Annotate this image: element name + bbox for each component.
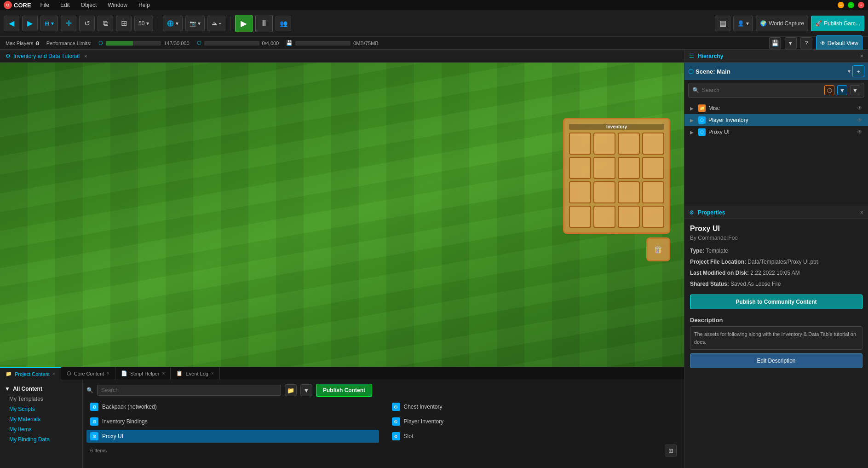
hierarchy-section: ☰ Hierarchy × ⬡ Scene: Main ▾ + 🔍 ⬡ ▼ ▼	[684, 50, 868, 206]
tab-core-content[interactable]: ⬡ Core Content ×	[61, 367, 115, 380]
avatar-button[interactable]: 👤▾	[733, 16, 753, 31]
grid-button[interactable]: ⊞	[116, 16, 132, 31]
menu-object[interactable]: Object	[79, 1, 99, 9]
sidebar-my-items[interactable]: My Items	[0, 424, 82, 434]
inv-cell-16	[642, 206, 664, 228]
menu-edit[interactable]: Edit	[58, 1, 72, 9]
content-item-icon-backpack: ⚙	[90, 403, 98, 411]
hier-item-misc-label: Misc	[708, 105, 720, 111]
forward-button[interactable]: ▶	[22, 16, 38, 31]
content-item-bindings[interactable]: ⚙ Inventory Bindings	[86, 415, 379, 428]
grid-view-button[interactable]: ⊞	[665, 445, 677, 456]
hier-filter-btn1[interactable]: ⬡	[824, 85, 834, 95]
viewport-close-icon[interactable]: ×	[84, 53, 87, 59]
content-item-icon-proxy: ⚙	[90, 432, 98, 440]
viewport-tab-label: Inventory and Data Tutorial	[13, 53, 80, 59]
event-log-label: Event Log	[185, 371, 208, 376]
proxy-eye-icon[interactable]: 👁	[857, 129, 862, 135]
menu-window[interactable]: Window	[106, 1, 129, 9]
menu-help[interactable]: Help	[137, 1, 152, 9]
event-log-close[interactable]: ×	[211, 371, 214, 376]
content-list: 🔍 📁 ▼ Publish Content ⚙ Backpack (networ…	[83, 380, 684, 468]
hier-filter-btn2[interactable]: ▼	[837, 85, 847, 95]
select-tool-button[interactable]: ⊞ ▾	[40, 16, 58, 31]
items-count: 6 Items	[90, 448, 107, 453]
bottom-panel: 📁 Project Content × ⬡ Core Content × 📄 S…	[0, 367, 684, 468]
hier-item-player-inventory[interactable]: ▶ ⬡ Player Inventory 👁	[684, 114, 868, 126]
content-item-proxy-ui[interactable]: ⚙ Proxy UI	[86, 430, 379, 443]
hier-filter-btn3[interactable]: ▼	[850, 85, 860, 95]
filter-button[interactable]: ▼	[300, 384, 312, 396]
world-capture-button[interactable]: 🌍 World Capture	[756, 16, 808, 31]
maximize-button[interactable]: □	[848, 2, 854, 8]
hierarchy-search-input[interactable]	[702, 87, 822, 93]
content-item-label-bindings: Inventory Bindings	[102, 418, 148, 425]
performance-limits-label: Performance Limits:	[46, 40, 92, 46]
folder-icon[interactable]: 📁	[285, 384, 297, 396]
core-content-close[interactable]: ×	[107, 371, 109, 376]
inv-cell-9	[569, 181, 591, 203]
publish-game-button[interactable]: 🚀 Publish Gam...	[811, 16, 864, 31]
tab-event-log[interactable]: 📋 Event Log ×	[171, 367, 219, 380]
close-button[interactable]: ×	[858, 2, 864, 8]
content-item-chest[interactable]: ⚙ Chest Inventory	[388, 400, 681, 413]
minimize-button[interactable]: ─	[838, 2, 844, 8]
scene-label: Scene: Main	[696, 68, 846, 75]
content-item-slot[interactable]: ⚙ Slot	[388, 430, 681, 443]
properties-close[interactable]: ×	[860, 209, 863, 216]
player-count-button[interactable]: 50 ▾	[134, 16, 153, 31]
content-item-backpack[interactable]: ⚙ Backpack (networked)	[86, 400, 379, 413]
hier-item-misc[interactable]: ▶ 📁 Misc 👁	[684, 102, 868, 114]
separator-1	[158, 17, 158, 30]
hierarchy-close[interactable]: ×	[860, 53, 863, 59]
save-button[interactable]: 💾	[769, 37, 781, 49]
move-button[interactable]: ✛	[61, 16, 76, 31]
play-button[interactable]: ▶	[235, 15, 253, 32]
collapse-icon[interactable]: ▼	[5, 386, 10, 392]
duplicate-button[interactable]: ⧉	[98, 16, 113, 31]
perf-right: 💾 ▾ ? 👁 Default View	[769, 35, 862, 51]
hier-item-proxy-ui[interactable]: ▶ ⬡ Proxy UI 👁	[684, 126, 868, 138]
default-view-button[interactable]: 👁 Default View	[816, 35, 862, 51]
publish-community-button[interactable]: Publish to Community Content	[690, 295, 862, 309]
publish-content-button[interactable]: Publish Content	[316, 384, 372, 397]
terrain-button[interactable]: ⛰ ▾	[207, 16, 225, 31]
tab-project-content[interactable]: 📁 Project Content ×	[0, 367, 61, 380]
question-button[interactable]: ?	[800, 37, 812, 49]
content-item-player-inventory[interactable]: ⚙ Player Inventory	[388, 415, 681, 428]
player-eye-icon[interactable]: 👁	[857, 117, 862, 123]
camera-button[interactable]: 📷 ▾	[185, 16, 205, 31]
sidebar-my-materials[interactable]: My Materials	[0, 414, 82, 424]
script-helper-close[interactable]: ×	[162, 371, 165, 376]
undo-button[interactable]: ↺	[79, 16, 95, 31]
misc-eye-icon[interactable]: 👁	[857, 105, 862, 111]
content-search-input[interactable]	[97, 385, 281, 396]
viewport-tab-item[interactable]: ⚙ Inventory and Data Tutorial ×	[6, 53, 87, 59]
back-button[interactable]: ◀	[4, 16, 19, 31]
edit-description-button[interactable]: Edit Description	[690, 353, 862, 368]
prop-modified-label: Last Modified on Disk:	[690, 270, 749, 276]
add-scene-button[interactable]: +	[852, 65, 864, 77]
multiplayer-button[interactable]: 👥	[276, 16, 291, 31]
hierarchy-icon: ☰	[689, 53, 694, 59]
tab-script-helper[interactable]: 📄 Script Helper ×	[115, 367, 171, 380]
scene-dropdown-icon[interactable]: ▾	[848, 68, 851, 75]
globe-button[interactable]: 🌐 ▾	[163, 16, 182, 31]
save-dropdown-button[interactable]: ▾	[785, 37, 797, 49]
inv-cell-1	[569, 133, 591, 155]
layout-button[interactable]: ▤	[715, 16, 730, 31]
trash-button[interactable]: 🗑	[646, 237, 670, 261]
expander-proxy: ▶	[690, 130, 696, 135]
sidebar-my-binding-data[interactable]: My Binding Data	[0, 434, 82, 445]
sidebar-my-scripts[interactable]: My Scripts	[0, 404, 82, 414]
pause-button[interactable]: ⏸	[255, 15, 273, 32]
world-capture-icon: 🌍	[760, 20, 767, 27]
mesh-track	[106, 41, 161, 46]
script-helper-label: Script Helper	[130, 371, 160, 376]
all-content-label: All Content	[13, 386, 42, 392]
properties-section: ⚙ Properties × Proxy UI By CommanderFoo …	[684, 206, 868, 468]
sidebar-my-templates[interactable]: My Templates	[0, 394, 82, 404]
memory-track	[295, 41, 351, 46]
menu-file[interactable]: File	[39, 1, 51, 9]
project-content-close[interactable]: ×	[52, 371, 55, 376]
